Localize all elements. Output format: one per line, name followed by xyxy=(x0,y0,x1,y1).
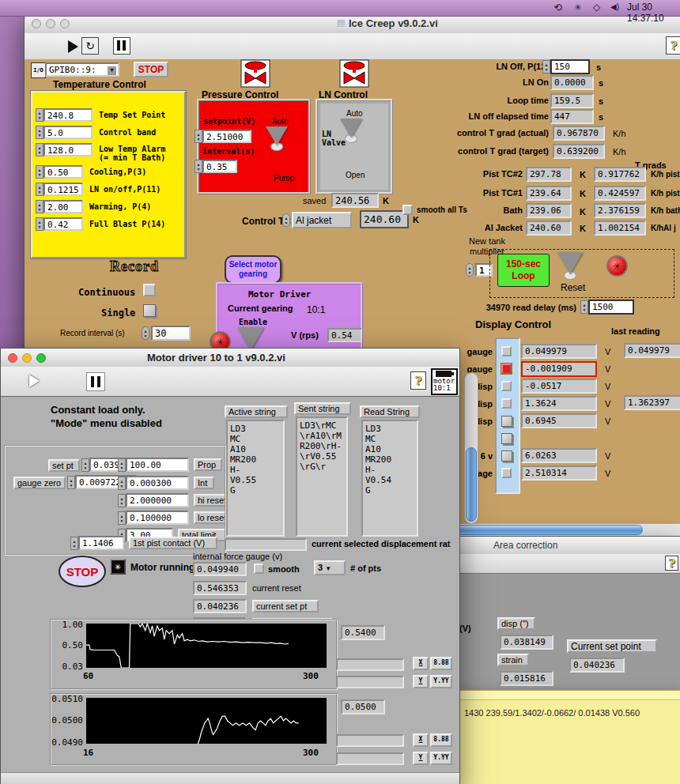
ice-help-icon[interactable]: ? xyxy=(666,36,680,55)
prop-stepper[interactable] xyxy=(118,458,126,472)
read-string-list[interactable]: LD3 MC A10 MR200 H- V0.54 G xyxy=(361,420,418,537)
g2-yscale-lock-button[interactable]: Y xyxy=(413,752,429,765)
lo-reset-input[interactable]: 0.100000 xyxy=(126,511,189,525)
control-tc-stepper[interactable] xyxy=(282,213,290,227)
ice-stop-button[interactable]: STOP xyxy=(134,62,168,77)
lo-reset-stepper[interactable] xyxy=(118,511,126,525)
chevron-down-icon[interactable]: ▼ xyxy=(108,66,116,75)
g2-xscale-lock-button[interactable]: X xyxy=(413,733,429,747)
motor-close-button[interactable] xyxy=(8,353,17,363)
vertical-slider[interactable] xyxy=(464,372,478,523)
cooling-stepper[interactable] xyxy=(36,165,43,179)
record-single-checkbox[interactable] xyxy=(143,304,156,317)
hi-reset-stepper[interactable] xyxy=(118,494,126,507)
g1-x-entry[interactable] xyxy=(336,658,404,671)
pist-contact-input[interactable]: 1.1406 xyxy=(78,536,124,550)
ice-zoom-button[interactable] xyxy=(60,19,70,28)
pressure-auto-pump-knob[interactable] xyxy=(266,126,288,151)
g1-xscale-lock-button[interactable]: X xyxy=(413,657,429,670)
motor-titlebar[interactable]: Motor driver 10 to 1 v9.0.2.vi xyxy=(1,349,459,368)
select-motor-gearing-button[interactable]: Select motor gearing xyxy=(225,255,281,284)
g2-yscale-format-button[interactable]: Y.YY xyxy=(430,752,452,765)
volume-menu-icon[interactable]: ◀) xyxy=(610,2,619,11)
pressure-interval-stepper[interactable] xyxy=(195,160,202,173)
g1-yscale-lock-button[interactable]: Y xyxy=(413,675,429,688)
full-blast-stepper[interactable] xyxy=(36,217,43,231)
pressure-setpoint-stepper[interactable] xyxy=(195,130,202,143)
display-row-checkbox-4[interactable] xyxy=(501,416,512,427)
record-interval-input[interactable]: 30 xyxy=(151,326,191,341)
cooling-input[interactable]: 0.50 xyxy=(43,165,83,179)
gpib-resource-combo[interactable]: GPIB0::9: ▼ xyxy=(45,62,119,77)
ice-close-button[interactable] xyxy=(32,19,41,28)
ln-onoff-input[interactable]: 0.1215 xyxy=(43,183,83,196)
control-band-input[interactable]: 5.0 xyxy=(43,126,93,139)
record-interval-stepper[interactable] xyxy=(142,326,149,340)
sync-menu-icon[interactable]: ⟲ xyxy=(553,2,562,13)
read-delay-input[interactable]: 1500 xyxy=(588,300,634,315)
set-pt-stepper[interactable] xyxy=(81,458,89,472)
reset-knob[interactable] xyxy=(557,252,583,280)
int-input[interactable]: 0.000300 xyxy=(126,476,189,490)
ice-hscroll-thumb[interactable] xyxy=(456,525,643,535)
control-band-stepper[interactable] xyxy=(36,126,43,139)
run-continuous-icon[interactable]: ↻ xyxy=(81,37,99,55)
motor-help-icon[interactable]: ? xyxy=(410,371,426,390)
hi-reset-input[interactable]: 2.000000 xyxy=(126,493,189,507)
temp-set-point-stepper[interactable] xyxy=(36,108,43,122)
sticky-note[interactable]: 1430 239.59/1.3402/-0.0662/ 0.01438 V0.5… xyxy=(456,690,680,784)
warming-stepper[interactable] xyxy=(36,200,43,213)
pist-contact-stepper[interactable] xyxy=(70,537,78,550)
ice-titlebar[interactable]: ▤ Ice Creep v9.0.2.vi xyxy=(25,14,680,34)
g2-y-entry[interactable] xyxy=(336,752,404,765)
warming-input[interactable]: 2.00 xyxy=(43,200,83,213)
display-row-checkbox-6[interactable] xyxy=(501,450,512,462)
display-row-checkbox-1[interactable] xyxy=(501,364,512,374)
display-row-checkbox-0[interactable] xyxy=(501,346,512,356)
spotlight-menu-icon[interactable]: ✳ xyxy=(574,2,581,13)
menubar-clock[interactable]: Jul 30 14:37:10 xyxy=(627,2,680,24)
smooth-checkbox[interactable] xyxy=(254,564,264,574)
int-stepper[interactable] xyxy=(118,477,126,490)
display-row-checkbox-3[interactable] xyxy=(501,398,512,409)
pressure-interval-input[interactable]: 0.35 xyxy=(202,160,237,173)
vertical-slider-thumb[interactable] xyxy=(466,447,477,522)
temp-set-point-input[interactable]: 240.8 xyxy=(43,108,93,122)
sent-string-list[interactable]: LD3\rMC\rA10\rMR200\rH-\rV0.55\rG\r xyxy=(296,416,348,537)
motor-vi-icon[interactable]: motor 10:1 xyxy=(431,368,458,395)
ln-off-stepper[interactable] xyxy=(542,60,550,74)
shape-menu-icon[interactable]: ◇ xyxy=(593,2,600,13)
motor-minimize-button[interactable] xyxy=(22,353,32,363)
gauge-zero-stepper[interactable] xyxy=(67,476,75,489)
low-temp-alarm-input[interactable]: 128.0 xyxy=(43,143,93,156)
sticky-note-header[interactable] xyxy=(457,691,680,700)
display-row-checkbox-7[interactable] xyxy=(501,468,512,478)
run-icon[interactable] xyxy=(68,40,78,53)
g1-xscale-format-button[interactable]: 8.88 xyxy=(430,657,452,670)
display-row-checkbox-2[interactable] xyxy=(501,381,512,391)
smooth-all-checkbox[interactable] xyxy=(402,205,413,215)
g2-x-entry[interactable] xyxy=(336,734,404,747)
ice-minimize-button[interactable] xyxy=(46,19,55,28)
g2-xscale-format-button[interactable]: 8.88 xyxy=(430,733,452,747)
motor-zoom-button[interactable] xyxy=(36,353,46,363)
g1-y-entry[interactable] xyxy=(336,676,404,688)
pause-icon[interactable] xyxy=(113,37,130,55)
read-delay-stepper[interactable] xyxy=(580,300,588,314)
low-temp-alarm-stepper[interactable] xyxy=(36,143,43,156)
ln-onoff-stepper[interactable] xyxy=(36,183,43,196)
loop-150sec-button[interactable]: 150-sec Loop xyxy=(497,254,550,287)
motor-stop-button[interactable]: STOP xyxy=(59,556,106,587)
control-tc-selector[interactable]: Al jacket xyxy=(292,212,352,228)
active-string-list[interactable]: LD3 MC A10 MR200 H- V0.55 G xyxy=(226,420,285,537)
g1-yscale-format-button[interactable]: Y.YY xyxy=(430,675,452,688)
pause-icon[interactable] xyxy=(86,372,105,391)
ln-off-input[interactable]: 150 xyxy=(550,59,590,74)
num-pts-dropdown[interactable]: 3 ▼ xyxy=(314,560,346,575)
area-help-icon[interactable]: ? xyxy=(665,556,678,571)
record-continuous-checkbox[interactable] xyxy=(143,284,156,296)
run-icon[interactable] xyxy=(29,375,40,387)
full-blast-input[interactable]: 0.42 xyxy=(43,217,83,231)
display-row-checkbox-5[interactable] xyxy=(501,433,512,444)
motor-bottom-scrollbar[interactable] xyxy=(1,772,459,784)
